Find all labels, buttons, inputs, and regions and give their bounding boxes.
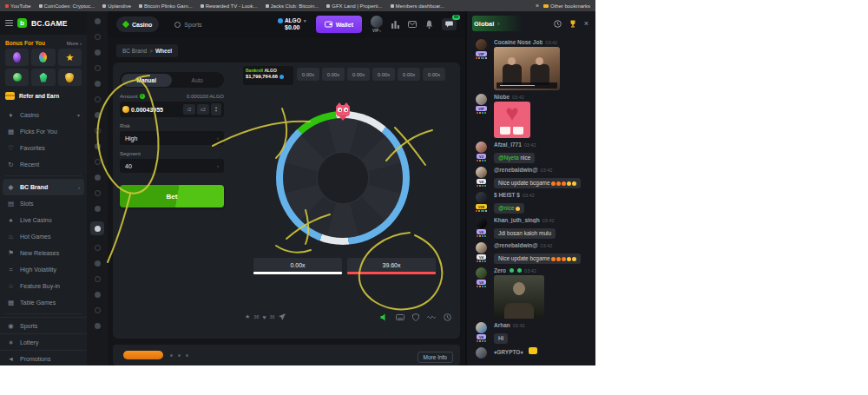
rail-icon[interactable] <box>95 96 101 102</box>
chat-username[interactable]: Khan_juth_singh <box>494 217 540 223</box>
inbox-mail-icon[interactable] <box>408 21 417 28</box>
avatar[interactable] <box>476 39 487 50</box>
bonus-more-link[interactable]: More › <box>67 41 82 46</box>
rail-icon[interactable] <box>95 18 101 24</box>
sidebar-item-promotions[interactable]: ◄Promotions <box>0 350 87 365</box>
sidebar-item-feature-buyin[interactable]: ☆Feature Buy-in <box>0 278 87 294</box>
wallet-button[interactable]: Wallet <box>316 16 362 33</box>
hamburger-menu-icon[interactable] <box>5 20 13 26</box>
history-multiplier[interactable]: 0.00x <box>372 68 395 81</box>
bonus-tile-gem[interactable] <box>31 69 55 86</box>
rail-icon[interactable] <box>95 245 101 251</box>
chat-username[interactable]: Zero <box>494 267 506 273</box>
other-bookmarks[interactable]: Other bookmarks <box>543 3 590 9</box>
sound-icon[interactable] <box>380 313 388 321</box>
step-down-icon[interactable]: ▼ <box>214 109 218 113</box>
avatar[interactable] <box>476 192 487 203</box>
bcgame-logo-icon[interactable]: b <box>17 18 27 28</box>
chat-username[interactable]: Afzal_l771 <box>494 142 522 148</box>
rail-icon[interactable] <box>95 65 101 71</box>
rail-icon[interactable] <box>95 292 101 298</box>
sidebar-item-slots[interactable]: ▤Slots <box>0 195 87 212</box>
bookmark-members-dashboard[interactable]: Members dashboar... <box>391 3 444 9</box>
bookmark-gfx-land[interactable]: GFX Land | Properti... <box>326 3 382 9</box>
history-multiplier[interactable]: 0.00x <box>347 68 370 81</box>
live-stats-icon[interactable] <box>427 314 436 320</box>
rail-icon[interactable] <box>95 128 101 134</box>
rail-icon[interactable] <box>95 190 101 196</box>
rail-icon[interactable] <box>95 34 101 40</box>
rail-icon[interactable] <box>95 174 101 181</box>
ranking-icon[interactable] <box>391 21 399 29</box>
rail-icon[interactable] <box>95 307 101 313</box>
sidebar-item-recent[interactable]: ↻Recent <box>0 156 87 173</box>
chat-toggle-icon[interactable]: 99 <box>442 18 457 30</box>
more-info-button[interactable]: More Info <box>418 352 453 363</box>
avatar[interactable] <box>476 142 487 153</box>
chat-channel[interactable]: Global <box>474 20 494 28</box>
rail-icon[interactable] <box>95 206 101 212</box>
avatar[interactable] <box>476 242 487 253</box>
half-bet-button[interactable]: /2 <box>183 104 195 115</box>
sidebar-item-lottery[interactable]: ∗Lottery <box>0 333 87 350</box>
history-multiplier[interactable]: 0.00x <box>297 68 319 81</box>
rail-icon[interactable] <box>95 49 101 56</box>
sidebar-item-table-games[interactable]: ▦Table Games <box>0 294 87 311</box>
bookmarks-overflow-chevron[interactable]: » <box>536 3 539 9</box>
avatar[interactable] <box>476 267 487 279</box>
bookmark-jacks-club[interactable]: Jacks Club: Bitcoin... <box>266 3 319 9</box>
chat-username[interactable]: $ HEIST $ <box>494 192 520 198</box>
sidebar-item-picks-for-you[interactable]: ▦Picks For You <box>0 123 87 140</box>
history-multiplier[interactable]: 0.00x <box>322 68 345 81</box>
avatar[interactable] <box>476 167 487 178</box>
history-multiplier[interactable]: 0.00x <box>398 68 420 81</box>
chevron-right-icon[interactable]: › <box>497 21 499 27</box>
bookmark-youtube[interactable]: YouTube <box>5 3 31 9</box>
bookmark-bitcoin-plinko[interactable]: Bitcoin Plinko Gam... <box>139 3 193 9</box>
bookmark-rewarded-tv[interactable]: Rewarded TV - Look... <box>201 3 258 9</box>
mention[interactable]: @Nyeta <box>498 155 519 161</box>
bcgame-logo-text[interactable]: BC.GAME <box>31 19 68 28</box>
rail-icon[interactable] <box>95 260 101 267</box>
chat-username[interactable]: @renebaldwin@ <box>494 167 538 173</box>
tab-sports[interactable]: Sports <box>168 16 208 32</box>
sidebar-item-high-volatility[interactable]: ≈High Volatility <box>0 261 87 278</box>
info-icon[interactable]: i <box>140 94 145 99</box>
sidebar-item-bc-brand[interactable]: ◆BC Brand› <box>3 179 84 195</box>
bonus-tile-purple-egg[interactable] <box>5 49 29 66</box>
sidebar-item-sports[interactable]: ◉Sports <box>0 317 87 333</box>
rail-icon[interactable] <box>95 112 101 118</box>
breadcrumb-root[interactable]: BC Brand <box>122 48 147 54</box>
sidebar-item-live-casino[interactable]: ♠Live Casino <box>0 212 87 228</box>
notifications-bell-icon[interactable] <box>425 20 433 29</box>
sidebar-item-casino[interactable]: ♦Casino▾ <box>0 107 87 123</box>
chat-username[interactable]: Niobe <box>494 94 510 100</box>
risk-select[interactable]: High › <box>120 131 224 145</box>
bonus-tile-coin-sack[interactable] <box>58 69 82 86</box>
rail-icon[interactable] <box>95 143 101 149</box>
history-clock-icon[interactable] <box>444 313 451 321</box>
bonus-tile-star[interactable]: ★ <box>58 49 82 66</box>
close-chat-icon[interactable]: × <box>584 20 589 28</box>
chat-username[interactable]: Arhan <box>494 322 510 328</box>
history-multiplier[interactable]: 0.00x <box>423 68 445 81</box>
like-heart-icon[interactable]: ♥ <box>262 314 266 320</box>
avatar[interactable] <box>476 347 487 359</box>
bookmark-uplandive[interactable]: Uplandive <box>102 3 131 9</box>
refer-and-earn[interactable]: Refer and Earn <box>0 86 87 105</box>
avatar[interactable] <box>476 322 487 333</box>
chat-username[interactable]: @renebaldwin@ <box>494 242 538 248</box>
mention[interactable]: @nice <box>498 205 515 211</box>
bookmark-coincodex[interactable]: CoinCodex: Cryptoc... <box>39 3 95 9</box>
tab-auto[interactable]: Auto <box>172 74 223 87</box>
tab-manual[interactable]: Manual <box>122 74 173 87</box>
sidebar-item-new-releases[interactable]: ⚑New Releases <box>0 245 87 261</box>
segment-select[interactable]: 40 › <box>120 159 224 173</box>
avatar[interactable] <box>476 217 487 228</box>
chat-image-photo[interactable] <box>494 275 544 319</box>
rail-icon[interactable] <box>95 276 101 282</box>
chat-history-clock-icon[interactable] <box>554 20 562 28</box>
fairness-shield-icon[interactable] <box>412 313 419 321</box>
bonus-tile-orb[interactable] <box>5 69 29 86</box>
chat-username[interactable]: Cocaine Nose Job <box>494 39 542 45</box>
